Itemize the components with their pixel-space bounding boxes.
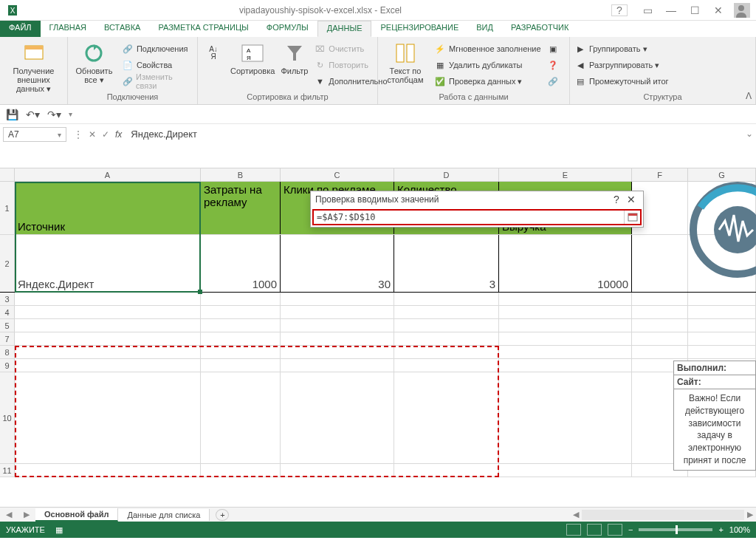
zoom-out-button[interactable]: − xyxy=(628,525,633,534)
whatif-button[interactable]: ❓ xyxy=(547,58,559,72)
undo-button[interactable]: ↶▾ xyxy=(26,109,40,120)
title-bar: X vipadayoushiy-spisok-v-excel.xlsx - Ex… xyxy=(0,0,756,21)
svg-text:Я: Я xyxy=(247,55,251,61)
formula-bar: A7▾ ⋮ ✕ ✓ fх Яндекс.Директ ⌄ xyxy=(0,124,756,168)
fill-handle[interactable] xyxy=(198,290,202,294)
collapse-ribbon-button[interactable]: ᐱ xyxy=(746,91,752,101)
name-box[interactable]: A7▾ xyxy=(3,127,66,142)
data-validation-button[interactable]: ✅Проверка данных ▾ xyxy=(434,74,541,89)
tab-developer[interactable]: РАЗРАБОТЧИК xyxy=(502,21,577,37)
tab-review[interactable]: РЕЦЕНЗИРОВАНИЕ xyxy=(371,21,467,37)
tab-insert[interactable]: ВСТАВКА xyxy=(95,21,149,37)
reapply-button[interactable]: ↻Повторить xyxy=(314,58,387,72)
horizontal-scrollbar[interactable]: ◀▶ xyxy=(570,510,756,520)
dialog-close-button[interactable]: ✕ xyxy=(624,194,639,205)
brand-logo-icon xyxy=(690,182,756,278)
sheet-nav-next[interactable]: ▶ xyxy=(18,510,35,519)
cell-F2[interactable] xyxy=(632,235,688,292)
dialog-title: Проверка вводимых значений xyxy=(315,194,439,205)
page-layout-view-button[interactable] xyxy=(587,524,602,536)
text-to-columns-button[interactable]: Текст по столбцам xyxy=(382,38,428,84)
page-break-view-button[interactable] xyxy=(608,524,622,536)
tab-page-layout[interactable]: РАЗМЕТКА СТРАНИЦЫ xyxy=(149,21,257,37)
cell-A1[interactable]: Источник xyxy=(15,182,201,234)
cell-B1[interactable]: Затраты на рекламу xyxy=(201,182,281,234)
col-C[interactable]: C xyxy=(281,168,394,181)
tab-file[interactable]: ФАЙЛ xyxy=(0,21,41,37)
subtotal-button[interactable]: ▤Промежуточный итог xyxy=(574,74,669,89)
cell-C2[interactable]: 30 xyxy=(281,235,394,292)
select-all-corner[interactable] xyxy=(0,168,15,181)
relationships-button[interactable]: 🔗 xyxy=(547,74,559,89)
cell-B2[interactable]: 1000 xyxy=(201,235,281,292)
flash-fill-button[interactable]: ⚡Мгновенное заполнение xyxy=(434,41,541,56)
advanced-filter-button[interactable]: ▼Дополнительно xyxy=(314,74,387,89)
col-B[interactable]: B xyxy=(201,168,281,181)
ribbon-tabs: ФАЙЛ ГЛАВНАЯ ВСТАВКА РАЗМЕТКА СТРАНИЦЫ Ф… xyxy=(0,21,756,37)
zoom-slider[interactable] xyxy=(639,528,712,531)
zoom-level[interactable]: 100% xyxy=(729,525,750,534)
sheet-tab-main[interactable]: Основной файл xyxy=(35,508,118,522)
data-validation-dialog[interactable]: Проверка вводимых значений ? ✕ =$A$7:$D$… xyxy=(310,191,644,228)
expand-formula-bar-button[interactable]: ⌄ xyxy=(743,124,756,168)
get-external-data-button[interactable]: Получение внешних данных ▾ xyxy=(4,38,63,94)
cell-A2[interactable]: Яндекс.Директ xyxy=(15,235,201,292)
tab-formulas[interactable]: ФОРМУЛЫ xyxy=(258,21,317,37)
svg-rect-13 xyxy=(628,214,637,216)
range-picker-button[interactable] xyxy=(624,211,640,224)
qat-customize-button[interactable]: ▾ xyxy=(69,110,72,118)
clear-filter-button[interactable]: ⌧Очистить xyxy=(314,41,387,56)
row-2[interactable]: 2 xyxy=(0,235,15,292)
col-G[interactable]: G xyxy=(688,168,756,181)
zoom-in-button[interactable]: + xyxy=(718,525,723,534)
macro-record-icon[interactable]: ▦ xyxy=(55,525,63,535)
cell-E2[interactable]: 10000 xyxy=(499,235,632,292)
sheet-nav-prev[interactable]: ◀ xyxy=(0,510,18,519)
filter-button[interactable]: Фильтр xyxy=(281,38,308,75)
connections-button[interactable]: 🔗Подключения xyxy=(122,41,193,56)
help-button[interactable]: ? xyxy=(611,4,628,16)
svg-rect-8 xyxy=(396,44,404,62)
sheet-tab-bar: ◀ ▶ Основной файл Данные для списка + ◀▶ xyxy=(0,507,756,522)
group-data-tools-label: Работа с данными xyxy=(382,92,565,103)
edit-links-button[interactable]: 🔗Изменить связи xyxy=(122,74,193,89)
close-button[interactable]: ✕ xyxy=(710,4,726,16)
normal-view-button[interactable] xyxy=(566,524,581,536)
col-A[interactable]: A xyxy=(15,168,201,181)
group-connections-label: Подключения xyxy=(72,92,193,103)
col-E[interactable]: E xyxy=(499,168,632,181)
cancel-formula-button[interactable]: ✕ xyxy=(89,129,96,140)
redo-button[interactable]: ↷▾ xyxy=(47,109,61,120)
svg-rect-9 xyxy=(407,44,414,62)
fx-button[interactable]: fх xyxy=(115,129,122,140)
refresh-all-button[interactable]: Обновить все ▾ xyxy=(72,38,116,85)
maximize-button[interactable]: ☐ xyxy=(687,4,703,16)
sort-button[interactable]: АЯ Сортировка xyxy=(230,38,275,75)
dialog-help-button[interactable]: ? xyxy=(609,194,624,205)
col-F[interactable]: F xyxy=(632,168,688,181)
cell-D2[interactable]: 3 xyxy=(394,235,499,292)
save-button[interactable]: 💾 xyxy=(6,109,18,120)
properties-button[interactable]: 📄Свойства xyxy=(122,58,193,72)
svg-rect-5 xyxy=(242,45,263,61)
sort-az-button[interactable]: А↓Я xyxy=(202,38,224,65)
tab-view[interactable]: ВИД xyxy=(467,21,502,37)
range-input[interactable]: =$A$7:$D$10 xyxy=(314,211,624,224)
consolidate-button[interactable]: ▣ xyxy=(547,41,559,56)
window-title: vipadayoushiy-spisok-v-excel.xlsx - Exce… xyxy=(30,5,611,16)
remove-duplicates-button[interactable]: ▦Удалить дубликаты xyxy=(434,58,541,72)
account-avatar[interactable] xyxy=(734,3,750,18)
group-sort-filter-label: Сортировка и фильтр xyxy=(202,92,373,103)
formula-input[interactable]: Яндекс.Директ xyxy=(126,124,743,168)
add-sheet-button[interactable]: + xyxy=(216,509,229,521)
tab-home[interactable]: ГЛАВНАЯ xyxy=(41,21,95,37)
tab-data[interactable]: ДАННЫЕ xyxy=(317,21,372,37)
row-1[interactable]: 1 xyxy=(0,182,15,234)
ribbon-options-button[interactable]: ▭ xyxy=(639,4,656,16)
minimize-button[interactable]: — xyxy=(663,4,679,16)
sheet-tab-list-data[interactable]: Данные для списка xyxy=(118,509,210,521)
enter-formula-button[interactable]: ✓ xyxy=(102,129,109,140)
group-button[interactable]: ▶Группировать ▾ xyxy=(574,41,669,56)
col-D[interactable]: D xyxy=(394,168,499,181)
ungroup-button[interactable]: ◀Разгруппировать ▾ xyxy=(574,58,669,72)
